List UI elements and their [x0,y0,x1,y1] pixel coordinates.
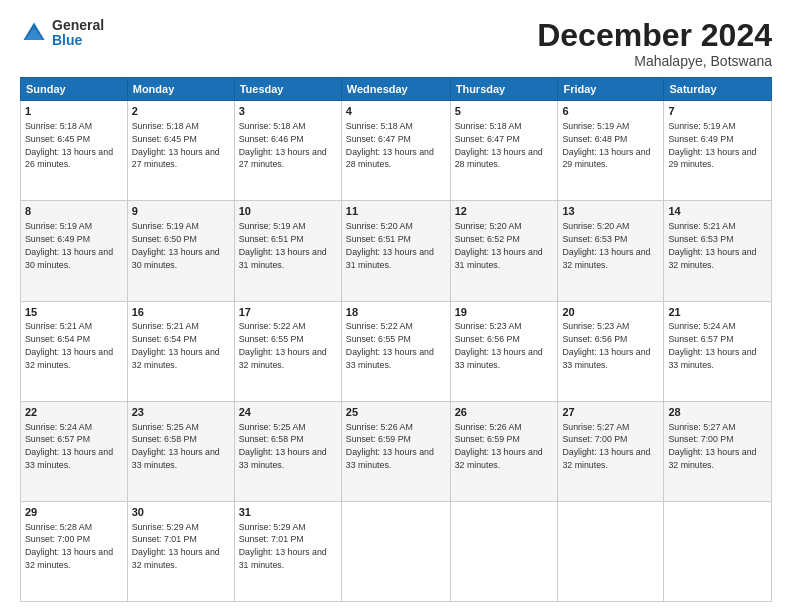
calendar-cell: 20 Sunrise: 5:23 AMSunset: 6:56 PMDaylig… [558,301,664,401]
calendar-cell: 23 Sunrise: 5:25 AMSunset: 6:58 PMDaylig… [127,401,234,501]
day-info: Sunrise: 5:18 AMSunset: 6:46 PMDaylight:… [239,121,327,169]
day-number: 24 [239,405,337,420]
calendar-cell: 31 Sunrise: 5:29 AMSunset: 7:01 PMDaylig… [234,501,341,601]
day-info: Sunrise: 5:22 AMSunset: 6:55 PMDaylight:… [239,321,327,369]
day-number: 5 [455,104,554,119]
day-info: Sunrise: 5:18 AMSunset: 6:47 PMDaylight:… [455,121,543,169]
calendar-cell: 2 Sunrise: 5:18 AMSunset: 6:45 PMDayligh… [127,101,234,201]
day-info: Sunrise: 5:22 AMSunset: 6:55 PMDaylight:… [346,321,434,369]
col-wednesday: Wednesday [341,78,450,101]
logo-general-text: General [52,18,104,33]
day-info: Sunrise: 5:25 AMSunset: 6:58 PMDaylight:… [239,422,327,470]
day-info: Sunrise: 5:20 AMSunset: 6:51 PMDaylight:… [346,221,434,269]
day-number: 19 [455,305,554,320]
calendar-cell [341,501,450,601]
day-info: Sunrise: 5:29 AMSunset: 7:01 PMDaylight:… [132,522,220,570]
day-number: 14 [668,204,767,219]
day-number: 28 [668,405,767,420]
day-info: Sunrise: 5:19 AMSunset: 6:48 PMDaylight:… [562,121,650,169]
day-info: Sunrise: 5:27 AMSunset: 7:00 PMDaylight:… [562,422,650,470]
calendar-cell: 14 Sunrise: 5:21 AMSunset: 6:53 PMDaylig… [664,201,772,301]
calendar-cell: 10 Sunrise: 5:19 AMSunset: 6:51 PMDaylig… [234,201,341,301]
calendar-cell: 5 Sunrise: 5:18 AMSunset: 6:47 PMDayligh… [450,101,558,201]
day-number: 26 [455,405,554,420]
calendar-cell: 15 Sunrise: 5:21 AMSunset: 6:54 PMDaylig… [21,301,128,401]
calendar-cell: 26 Sunrise: 5:26 AMSunset: 6:59 PMDaylig… [450,401,558,501]
col-tuesday: Tuesday [234,78,341,101]
day-info: Sunrise: 5:21 AMSunset: 6:53 PMDaylight:… [668,221,756,269]
day-number: 15 [25,305,123,320]
day-number: 6 [562,104,659,119]
calendar-cell: 19 Sunrise: 5:23 AMSunset: 6:56 PMDaylig… [450,301,558,401]
day-number: 2 [132,104,230,119]
calendar-cell: 16 Sunrise: 5:21 AMSunset: 6:54 PMDaylig… [127,301,234,401]
day-info: Sunrise: 5:26 AMSunset: 6:59 PMDaylight:… [346,422,434,470]
calendar-cell: 25 Sunrise: 5:26 AMSunset: 6:59 PMDaylig… [341,401,450,501]
day-info: Sunrise: 5:19 AMSunset: 6:50 PMDaylight:… [132,221,220,269]
day-number: 16 [132,305,230,320]
header: General Blue December 2024 Mahalapye, Bo… [20,18,772,69]
calendar-cell: 21 Sunrise: 5:24 AMSunset: 6:57 PMDaylig… [664,301,772,401]
day-info: Sunrise: 5:23 AMSunset: 6:56 PMDaylight:… [455,321,543,369]
day-number: 31 [239,505,337,520]
day-info: Sunrise: 5:19 AMSunset: 6:49 PMDaylight:… [668,121,756,169]
logo-blue-text: Blue [52,33,104,48]
day-info: Sunrise: 5:18 AMSunset: 6:47 PMDaylight:… [346,121,434,169]
day-info: Sunrise: 5:28 AMSunset: 7:00 PMDaylight:… [25,522,113,570]
calendar-cell [450,501,558,601]
calendar-cell: 9 Sunrise: 5:19 AMSunset: 6:50 PMDayligh… [127,201,234,301]
calendar-cell: 28 Sunrise: 5:27 AMSunset: 7:00 PMDaylig… [664,401,772,501]
day-number: 18 [346,305,446,320]
col-thursday: Thursday [450,78,558,101]
day-number: 30 [132,505,230,520]
month-title: December 2024 [537,18,772,53]
location: Mahalapye, Botswana [537,53,772,69]
day-info: Sunrise: 5:27 AMSunset: 7:00 PMDaylight:… [668,422,756,470]
logo-text: General Blue [52,18,104,49]
calendar-cell: 22 Sunrise: 5:24 AMSunset: 6:57 PMDaylig… [21,401,128,501]
day-number: 1 [25,104,123,119]
day-info: Sunrise: 5:18 AMSunset: 6:45 PMDaylight:… [25,121,113,169]
header-row: Sunday Monday Tuesday Wednesday Thursday… [21,78,772,101]
day-info: Sunrise: 5:29 AMSunset: 7:01 PMDaylight:… [239,522,327,570]
day-number: 9 [132,204,230,219]
day-number: 20 [562,305,659,320]
day-number: 22 [25,405,123,420]
calendar-week-5: 29 Sunrise: 5:28 AMSunset: 7:00 PMDaylig… [21,501,772,601]
calendar-week-1: 1 Sunrise: 5:18 AMSunset: 6:45 PMDayligh… [21,101,772,201]
col-sunday: Sunday [21,78,128,101]
day-info: Sunrise: 5:24 AMSunset: 6:57 PMDaylight:… [25,422,113,470]
day-info: Sunrise: 5:18 AMSunset: 6:45 PMDaylight:… [132,121,220,169]
calendar-body: 1 Sunrise: 5:18 AMSunset: 6:45 PMDayligh… [21,101,772,602]
col-friday: Friday [558,78,664,101]
day-number: 27 [562,405,659,420]
day-info: Sunrise: 5:26 AMSunset: 6:59 PMDaylight:… [455,422,543,470]
day-number: 10 [239,204,337,219]
day-number: 25 [346,405,446,420]
calendar-cell [558,501,664,601]
calendar-cell [664,501,772,601]
col-saturday: Saturday [664,78,772,101]
day-number: 11 [346,204,446,219]
calendar-week-2: 8 Sunrise: 5:19 AMSunset: 6:49 PMDayligh… [21,201,772,301]
calendar-week-4: 22 Sunrise: 5:24 AMSunset: 6:57 PMDaylig… [21,401,772,501]
title-section: December 2024 Mahalapye, Botswana [537,18,772,69]
calendar-cell: 7 Sunrise: 5:19 AMSunset: 6:49 PMDayligh… [664,101,772,201]
day-number: 17 [239,305,337,320]
day-number: 12 [455,204,554,219]
day-number: 29 [25,505,123,520]
day-number: 23 [132,405,230,420]
page: General Blue December 2024 Mahalapye, Bo… [0,0,792,612]
calendar-cell: 24 Sunrise: 5:25 AMSunset: 6:58 PMDaylig… [234,401,341,501]
col-monday: Monday [127,78,234,101]
calendar-cell: 8 Sunrise: 5:19 AMSunset: 6:49 PMDayligh… [21,201,128,301]
day-info: Sunrise: 5:19 AMSunset: 6:49 PMDaylight:… [25,221,113,269]
calendar-cell: 6 Sunrise: 5:19 AMSunset: 6:48 PMDayligh… [558,101,664,201]
day-number: 7 [668,104,767,119]
calendar-cell: 1 Sunrise: 5:18 AMSunset: 6:45 PMDayligh… [21,101,128,201]
calendar-cell: 27 Sunrise: 5:27 AMSunset: 7:00 PMDaylig… [558,401,664,501]
logo-icon [20,19,48,47]
day-info: Sunrise: 5:21 AMSunset: 6:54 PMDaylight:… [25,321,113,369]
calendar-cell: 12 Sunrise: 5:20 AMSunset: 6:52 PMDaylig… [450,201,558,301]
day-info: Sunrise: 5:21 AMSunset: 6:54 PMDaylight:… [132,321,220,369]
